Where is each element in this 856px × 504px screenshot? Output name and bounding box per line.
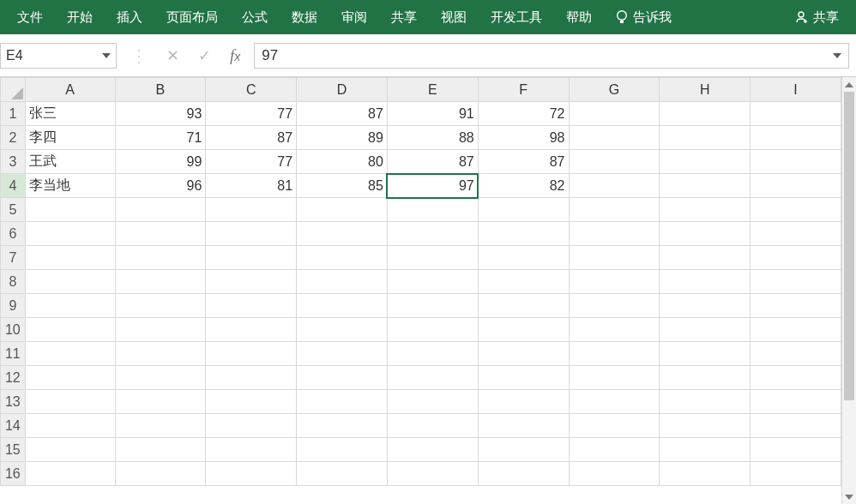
menu-data[interactable]: 数据 xyxy=(280,2,329,33)
menu-developer[interactable]: 开发工具 xyxy=(479,2,554,33)
cell-I15[interactable] xyxy=(751,438,841,462)
cell-I3[interactable] xyxy=(751,150,841,174)
cell-H7[interactable] xyxy=(660,246,751,270)
cell-D8[interactable] xyxy=(297,270,388,294)
cell-H16[interactable] xyxy=(660,462,751,486)
cell-A3[interactable]: 王武 xyxy=(25,150,115,174)
cell-D10[interactable] xyxy=(297,318,388,342)
cell-E1[interactable]: 91 xyxy=(387,102,478,126)
cell-H13[interactable] xyxy=(660,390,751,414)
cell-E15[interactable] xyxy=(387,438,478,462)
name-box-dropdown-icon[interactable] xyxy=(102,53,111,58)
menu-page-layout[interactable]: 页面布局 xyxy=(154,2,230,33)
cell-F2[interactable]: 98 xyxy=(478,126,569,150)
scrollbar-track[interactable] xyxy=(842,92,856,489)
cell-F8[interactable] xyxy=(478,270,569,294)
row-header-15[interactable]: 15 xyxy=(1,438,26,462)
cell-A1[interactable]: 张三 xyxy=(25,102,115,126)
cell-C10[interactable] xyxy=(206,318,297,342)
row-header-12[interactable]: 12 xyxy=(1,366,26,390)
cell-A15[interactable] xyxy=(25,438,115,462)
cell-D13[interactable] xyxy=(297,390,388,414)
cell-C4[interactable]: 81 xyxy=(206,174,297,198)
cell-F3[interactable]: 87 xyxy=(478,150,569,174)
cell-F7[interactable] xyxy=(478,246,569,270)
cell-F4[interactable]: 82 xyxy=(478,174,569,198)
cell-H4[interactable] xyxy=(660,174,751,198)
row-header-16[interactable]: 16 xyxy=(1,462,26,486)
formula-input[interactable]: 97 xyxy=(254,43,849,69)
menu-review[interactable]: 审阅 xyxy=(329,2,379,33)
column-header-D[interactable]: D xyxy=(297,78,388,102)
cell-A10[interactable] xyxy=(25,318,115,342)
cell-H5[interactable] xyxy=(660,198,751,222)
cell-H6[interactable] xyxy=(660,222,751,246)
cell-G8[interactable] xyxy=(569,270,660,294)
cell-D6[interactable] xyxy=(297,222,388,246)
cell-E7[interactable] xyxy=(387,246,478,270)
cell-C12[interactable] xyxy=(206,366,297,390)
cell-B10[interactable] xyxy=(115,318,206,342)
cell-A14[interactable] xyxy=(25,414,115,438)
cell-C11[interactable] xyxy=(206,342,297,366)
cell-H10[interactable] xyxy=(660,318,751,342)
cell-H11[interactable] xyxy=(660,342,751,366)
cell-F5[interactable] xyxy=(478,198,569,222)
cell-B16[interactable] xyxy=(115,462,206,486)
menu-view[interactable]: 视图 xyxy=(429,2,479,33)
cell-G9[interactable] xyxy=(569,294,660,318)
cell-B6[interactable] xyxy=(115,222,206,246)
cell-E5[interactable] xyxy=(387,198,478,222)
menu-tell-me[interactable]: 告诉我 xyxy=(604,2,684,33)
cell-G7[interactable] xyxy=(569,246,660,270)
row-header-6[interactable]: 6 xyxy=(1,222,26,246)
cell-I6[interactable] xyxy=(751,222,841,246)
cell-B1[interactable]: 93 xyxy=(115,102,206,126)
cell-A16[interactable] xyxy=(25,462,115,486)
cell-H9[interactable] xyxy=(660,294,751,318)
cell-G2[interactable] xyxy=(569,126,660,150)
column-header-H[interactable]: H xyxy=(660,78,751,102)
cell-E10[interactable] xyxy=(387,318,478,342)
cell-B13[interactable] xyxy=(115,390,206,414)
vertical-scrollbar[interactable] xyxy=(841,77,856,504)
row-header-10[interactable]: 10 xyxy=(1,318,26,342)
cell-F10[interactable] xyxy=(478,318,569,342)
cell-B2[interactable]: 71 xyxy=(115,126,206,150)
cell-C1[interactable]: 77 xyxy=(206,102,297,126)
share-button[interactable]: 共享 xyxy=(782,2,851,33)
cell-C3[interactable]: 77 xyxy=(206,150,297,174)
cell-G13[interactable] xyxy=(569,390,660,414)
column-header-A[interactable]: A xyxy=(25,78,115,102)
fx-icon[interactable]: fx xyxy=(230,46,240,65)
cell-I8[interactable] xyxy=(751,270,841,294)
cell-C7[interactable] xyxy=(206,246,297,270)
cell-G4[interactable] xyxy=(569,174,660,198)
cell-E12[interactable] xyxy=(387,366,478,390)
cell-G3[interactable] xyxy=(569,150,660,174)
cell-E14[interactable] xyxy=(387,414,478,438)
cell-G12[interactable] xyxy=(569,366,660,390)
menu-help[interactable]: 帮助 xyxy=(554,2,604,33)
cell-C2[interactable]: 87 xyxy=(206,126,297,150)
cell-I14[interactable] xyxy=(751,414,841,438)
cell-D11[interactable] xyxy=(297,342,388,366)
cell-C5[interactable] xyxy=(206,198,297,222)
cell-B14[interactable] xyxy=(115,414,206,438)
cell-D4[interactable]: 85 xyxy=(297,174,388,198)
cell-I9[interactable] xyxy=(751,294,841,318)
cell-G15[interactable] xyxy=(569,438,660,462)
cell-H14[interactable] xyxy=(660,414,751,438)
select-all-corner[interactable] xyxy=(1,78,26,102)
cell-I7[interactable] xyxy=(751,246,841,270)
cell-C8[interactable] xyxy=(206,270,297,294)
cell-D15[interactable] xyxy=(297,438,388,462)
cell-B15[interactable] xyxy=(115,438,206,462)
cell-I11[interactable] xyxy=(751,342,841,366)
cell-D2[interactable]: 89 xyxy=(297,126,388,150)
cell-D16[interactable] xyxy=(297,462,388,486)
cell-G5[interactable] xyxy=(569,198,660,222)
cell-B5[interactable] xyxy=(115,198,206,222)
cell-I13[interactable] xyxy=(751,390,841,414)
cell-E8[interactable] xyxy=(387,270,478,294)
